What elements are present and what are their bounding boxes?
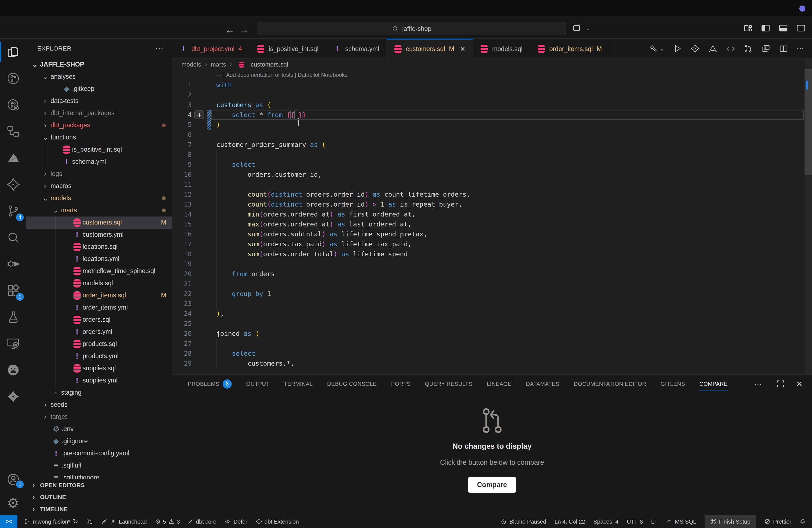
notifications-status[interactable] [800, 515, 806, 528]
activity-remote-explorer[interactable] [0, 330, 26, 357]
tree-item[interactable]: .pre-commit-config.yaml [26, 448, 172, 459]
activity-accounts[interactable]: 1 [0, 468, 26, 491]
editor-tab[interactable]: dbt_project.yml 4 [172, 39, 249, 58]
panel-tab[interactable]: DATAMATES [526, 375, 559, 393]
tree-item[interactable]: order_items.sql M [26, 289, 172, 302]
panel-tab[interactable]: LINEAGE [487, 375, 511, 393]
pull-request-icon[interactable] [743, 44, 753, 53]
code-line[interactable]: 20 from orders [172, 269, 812, 279]
panel-tab[interactable]: OUTPUT [246, 375, 270, 393]
activity-run-debug[interactable] [0, 251, 26, 277]
activity-search[interactable] [0, 224, 26, 251]
code-line[interactable]: 28 select [172, 349, 812, 358]
command-center-search[interactable]: jaffle-shop [257, 22, 566, 35]
datafold-icon[interactable] [708, 44, 717, 53]
tree-item[interactable]: supplies.yml [26, 375, 172, 386]
nav-back-icon[interactable]: ← [224, 24, 236, 35]
sync-icon[interactable]: ↻ [73, 518, 78, 525]
split-editor-icon[interactable] [779, 44, 788, 53]
code-line[interactable]: 18 sum(orders.order_total) as lifetime_s… [172, 249, 812, 259]
code-line[interactable]: 11 [172, 179, 812, 189]
git-branch-status[interactable]: mwong-fusion* ↻ [24, 515, 78, 528]
editor-tab[interactable]: customers.sql M ✕ [387, 39, 473, 59]
activity-dbt-power-user[interactable] [0, 171, 26, 198]
activity-datafold[interactable] [0, 145, 26, 171]
breadcrumb-item[interactable]: customers.sql [251, 61, 288, 68]
tree-item[interactable]: customers.sql M [26, 217, 172, 229]
code-line[interactable]: 3 customers as ( [172, 100, 812, 110]
code-line[interactable]: 9 select [172, 160, 812, 170]
breadcrumb-item[interactable]: marts [211, 61, 226, 68]
toggle-panel-icon[interactable] [778, 23, 788, 33]
panel-tab[interactable]: DEBUG CONSOLE [327, 375, 377, 393]
tree-item[interactable]: metricflow_time_spine.sql [26, 265, 172, 277]
code-line[interactable]: 25 [172, 319, 812, 328]
code-line[interactable]: 13 count(distinct orders.order_id) > 1 a… [172, 200, 812, 209]
more-actions-icon[interactable]: ⋯ [797, 44, 804, 53]
activity-settings[interactable]: ⚙ [0, 491, 26, 515]
tree-item[interactable]: locations.yml [26, 253, 172, 265]
close-panel-icon[interactable]: ✕ [796, 379, 802, 388]
editor-tab[interactable]: models.sql [473, 39, 530, 58]
finish-setup-status[interactable]: ⌘ Finish Setup [705, 515, 756, 528]
tree-item[interactable]: › target [26, 411, 172, 423]
split-editor-icon[interactable] [796, 23, 806, 33]
tree-item[interactable]: locations.sql [26, 241, 172, 253]
code-editor[interactable]: models › marts › customers.sql ··· | Add… [172, 59, 812, 375]
tree-item[interactable]: ⌄ JAFFLE-SHOP [26, 59, 172, 71]
panel-tab[interactable]: QUERY RESULTS [425, 375, 473, 393]
panel-tab[interactable]: GITLENS [661, 375, 685, 393]
editor-tab[interactable]: order_items.sql M [530, 39, 609, 58]
activity-dbt-lineage[interactable] [0, 65, 26, 92]
tree-item[interactable]: › macros [26, 180, 172, 192]
launchpad-status[interactable]: Launchpad [101, 515, 147, 528]
code-line[interactable]: 19 [172, 259, 812, 269]
code-line[interactable]: 26 joined as ( [172, 328, 812, 339]
tree-item[interactable]: models.sql [26, 277, 172, 289]
activity-source-control[interactable]: 4 [0, 198, 26, 224]
tree-item[interactable]: ⌄ functions [26, 131, 172, 144]
compare-changes-status[interactable] [86, 515, 93, 528]
toggle-sidebar-icon[interactable] [760, 23, 771, 33]
tree-item[interactable]: customers.yml [26, 229, 172, 241]
query-results-icon[interactable] [761, 44, 771, 53]
maximize-panel-icon[interactable] [777, 380, 785, 388]
code-line[interactable]: 29 customers.*, [172, 358, 812, 368]
tree-item[interactable]: schema.yml [26, 156, 172, 168]
tree-item[interactable]: .env [26, 423, 172, 435]
customize-layout-icon[interactable] [743, 23, 753, 33]
code-line[interactable]: 1 with [172, 80, 812, 90]
tree-item[interactable]: › data-tests [26, 95, 172, 107]
compare-button[interactable]: Compare [468, 477, 516, 493]
activity-explorer[interactable] [0, 39, 26, 65]
panel-tab[interactable]: PORTS [391, 375, 411, 393]
sidebar-section-header[interactable]: › TIMELINE [26, 503, 172, 515]
cursor-position[interactable]: Ln 4, Col 22 [555, 515, 585, 528]
code-line[interactable]: 22 group by 1 [172, 289, 812, 299]
copilot-menu-icon[interactable]: ⌄ [572, 23, 593, 33]
activity-query-history[interactable] [0, 92, 26, 118]
activity-github[interactable] [0, 357, 26, 383]
add-button[interactable]: + [194, 111, 204, 119]
code-line[interactable]: 6 [172, 130, 812, 140]
eol-status[interactable]: LF [651, 515, 658, 528]
prettier-status[interactable]: Prettier [764, 515, 791, 528]
code-line[interactable]: 16 sum(orders.subtotal) as lifetime_spen… [172, 229, 812, 239]
tree-item[interactable]: orders.yml [26, 326, 172, 338]
tree-item[interactable]: .gitkeep [26, 83, 172, 95]
breadcrumb[interactable]: models › marts › customers.sql [172, 59, 812, 71]
code-line[interactable]: 27 [172, 339, 812, 349]
tree-item[interactable]: › dbt_internal_packages [26, 107, 172, 119]
code-line[interactable]: 21 [172, 279, 812, 289]
build-hammer-icon[interactable] [648, 44, 657, 53]
tree-item[interactable]: › logs [26, 168, 172, 180]
remote-indicator[interactable]: >< [0, 515, 17, 528]
problems-status[interactable]: ⊗5 ⚠3 [155, 515, 180, 528]
code-line[interactable]: 12 count(distinct orders.order_id) as co… [172, 189, 812, 200]
sidebar-section-header[interactable]: › OPEN EDITORS [26, 480, 172, 491]
code-line[interactable]: 7 customer_orders_summary as ( [172, 140, 812, 150]
tree-item[interactable]: .sqlfluffignore [26, 472, 172, 479]
editor-tab[interactable]: schema.yml [326, 39, 387, 58]
code-line[interactable]: 15 max(orders.ordered_at) as last_ordere… [172, 219, 812, 229]
code-line[interactable]: 8 [172, 150, 812, 160]
